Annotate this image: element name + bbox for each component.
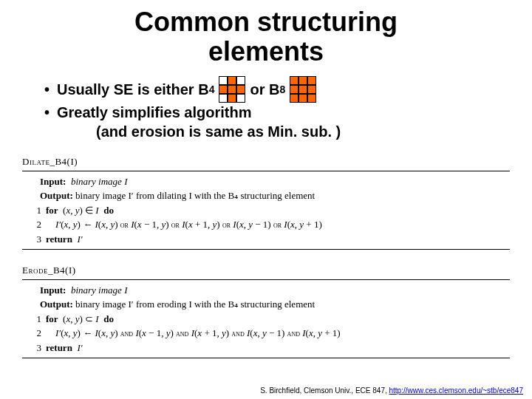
bullet-2: • Greatly simplifies algorithm	[44, 103, 510, 122]
bullet-dot-icon: •	[44, 103, 50, 122]
bullet-1: • Usually SE is either B 4 or B 8	[44, 76, 510, 103]
output-label: Output:	[40, 299, 73, 310]
title-line-1: Common structuring	[134, 7, 398, 37]
title-line-2: elements	[208, 36, 324, 66]
footer: S. Birchfield, Clemson Univ., ECE 847, h…	[260, 386, 523, 395]
slide-title: Common structuring elements	[0, 7, 532, 66]
b4-grid-icon	[219, 76, 245, 103]
dilate-output-text: binary image I′ from dilating I with the…	[75, 190, 315, 201]
bullet-1-sub-8: 8	[279, 83, 285, 96]
footer-text: S. Birchfield, Clemson Univ., ECE 847,	[260, 386, 389, 395]
input-label: Input:	[40, 284, 66, 296]
bullet-1-text-mid: or B	[250, 80, 279, 99]
bullet-2-continuation: (and erosion is same as Min. sub. )	[96, 122, 510, 141]
bullet-dot-icon: •	[44, 80, 50, 99]
erode-header: Erode_B4(I)	[22, 263, 510, 280]
footer-link[interactable]: http://www.ces.clemson.edu/~stb/ece847	[389, 386, 524, 395]
bullet-2-text: Greatly simplifies algorithm	[57, 103, 251, 122]
bullet-1-sub-4: 4	[209, 83, 215, 96]
bullet-list: • Usually SE is either B 4 or B 8 • Grea…	[44, 76, 510, 141]
dilate-input-text: binary image I	[71, 176, 128, 187]
dilate-header: Dilate_B4(I)	[22, 154, 510, 171]
erode-output-text: binary image I′ from eroding I with the …	[75, 299, 315, 310]
dilate-block: Dilate_B4(I) Input: binary image I Outpu…	[22, 154, 510, 250]
erode-block: Erode_B4(I) Input: binary image I Output…	[22, 263, 510, 358]
input-label: Input:	[40, 176, 66, 187]
algorithm-section: Dilate_B4(I) Input: binary image I Outpu…	[22, 154, 510, 358]
output-label: Output:	[40, 190, 73, 201]
erode-input-text: binary image I	[71, 284, 128, 296]
b8-grid-icon	[290, 76, 316, 103]
bullet-1-text-pre: Usually SE is either B	[57, 80, 209, 99]
